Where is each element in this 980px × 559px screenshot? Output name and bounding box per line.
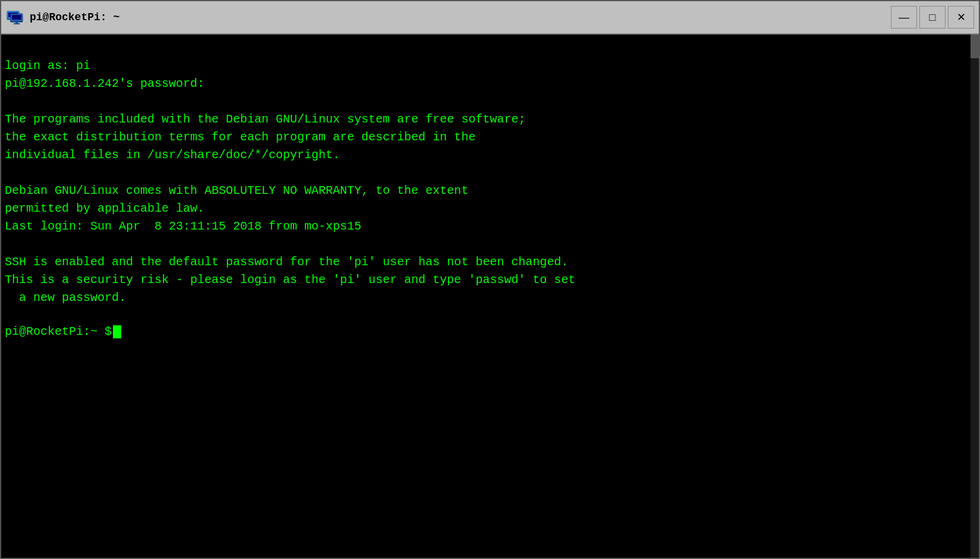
ssh-warning-line1: SSH is enabled and the default password … [5, 255, 568, 269]
svg-rect-7 [12, 15, 21, 20]
maximize-button[interactable]: □ [919, 6, 946, 29]
terminal-output: login as: pi pi@192.168.1.242's password… [5, 39, 975, 325]
svg-rect-9 [14, 23, 20, 24]
last-login-line: Last login: Sun Apr 8 23:11:15 2018 from… [5, 219, 361, 233]
cursor [113, 325, 121, 338]
terms-line: the exact distribution terms for each pr… [5, 130, 475, 144]
close-button[interactable]: ✕ [948, 6, 974, 29]
debian-warranty-line: Debian GNU/Linux comes with ABSOLUTELY N… [5, 184, 468, 197]
ssh-warning-line2: This is a security risk - please login a… [5, 273, 575, 287]
minimize-button[interactable]: — [891, 6, 917, 29]
ssh-warning-line3: a new password. [5, 291, 126, 304]
password-line: pi@192.168.1.242's password: [5, 77, 204, 90]
permitted-line: permitted by applicable law. [5, 202, 204, 215]
scrollbar-thumb[interactable] [970, 34, 979, 58]
terminal-body[interactable]: login as: pi pi@192.168.1.242's password… [1, 34, 979, 558]
title-bar: pi@RocketPi: ~ — □ ✕ [1, 1, 979, 34]
title-bar-controls: — □ ✕ [891, 6, 974, 29]
files-line: individual files in /usr/share/doc/*/cop… [5, 148, 340, 162]
prompt-line[interactable]: pi@RocketPi:~ $ [5, 325, 975, 338]
login-line: login as: pi [5, 59, 90, 73]
window-title: pi@RocketPi: ~ [30, 11, 119, 23]
title-bar-left: pi@RocketPi: ~ [6, 8, 119, 27]
scrollbar[interactable] [970, 34, 979, 558]
programs-line: The programs included with the Debian GN… [5, 112, 525, 126]
terminal-window: pi@RocketPi: ~ — □ ✕ login as: pi pi@192… [0, 0, 980, 559]
prompt-text: pi@RocketPi:~ $ [5, 325, 112, 338]
terminal-app-icon [6, 8, 25, 27]
